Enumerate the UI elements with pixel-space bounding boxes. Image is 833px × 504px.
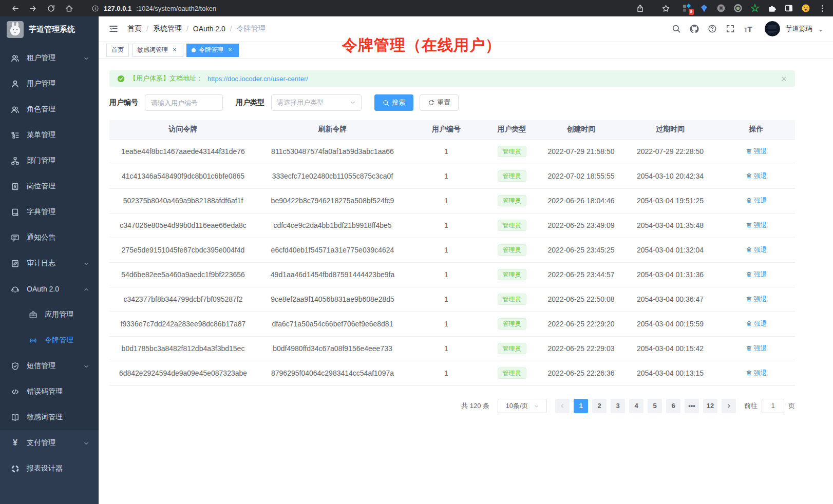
chevron-up-icon xyxy=(83,286,89,292)
reset-button[interactable]: 重置 xyxy=(420,94,459,111)
user-menu-name[interactable]: 芋道源码 xyxy=(786,24,812,33)
pager-prev-button[interactable] xyxy=(555,399,570,413)
pager-page-3[interactable]: 3 xyxy=(611,399,625,413)
force-logout-button[interactable]: 强退 xyxy=(746,221,767,230)
pager-page-12[interactable]: 12 xyxy=(703,399,717,413)
sidebar-item-oauth-app[interactable]: 应用管理 xyxy=(0,302,99,327)
extension-gem-icon[interactable] xyxy=(699,4,709,13)
bookmark-star-icon[interactable] xyxy=(661,4,670,13)
user-id-input[interactable] xyxy=(145,94,223,111)
tab-令牌管理[interactable]: 令牌管理× xyxy=(186,44,239,57)
sidebar-item-role[interactable]: 角色管理 xyxy=(0,96,99,122)
pager-page-1[interactable]: 1 xyxy=(574,399,588,413)
sidebar-item-tenant[interactable]: 租户管理 xyxy=(0,45,99,71)
force-logout-button[interactable]: 强退 xyxy=(746,295,767,304)
extensions-puzzle-icon[interactable] xyxy=(767,4,777,13)
force-logout-button[interactable]: 强退 xyxy=(746,171,767,181)
tab-label: 敏感词管理 xyxy=(137,46,168,54)
user-menu-caret-icon[interactable] xyxy=(818,26,823,31)
table-header-row: 访问令牌刷新令牌用户编号用户类型创建时间过期时间操作 xyxy=(109,120,795,139)
search-button-label: 搜索 xyxy=(392,98,405,107)
app-logo-row[interactable]: 芋道管理系统 xyxy=(0,16,99,42)
sidebar-collapse-icon[interactable] xyxy=(108,24,119,34)
message-icon xyxy=(11,234,20,242)
user-type-cell: 管理员 xyxy=(484,287,539,312)
sidebar-item-sms[interactable]: 短信管理 xyxy=(0,353,99,379)
force-logout-button[interactable]: 强退 xyxy=(746,319,767,328)
browser-home-icon[interactable] xyxy=(65,4,73,13)
extension-grid-icon[interactable]: 9 xyxy=(683,4,692,13)
browser-url-bar[interactable]: 127.0.0.1:1024/system/oauth2/token xyxy=(86,2,221,14)
browser-back-icon[interactable] xyxy=(11,4,20,13)
user-type-badge: 管理员 xyxy=(498,269,526,280)
pager-ellipsis[interactable]: ••• xyxy=(685,399,699,413)
browser-menu-icon[interactable] xyxy=(818,4,827,13)
alert-close-icon[interactable] xyxy=(781,75,787,82)
main-panel: 令牌管理（在线用户） 首页/系统管理/OAuth 2.0/令牌管理 TT 芋道源… xyxy=(99,16,833,504)
create-time-cell: 2022-06-25 22:29:20 xyxy=(539,312,623,336)
tab-敏感词管理[interactable]: 敏感词管理× xyxy=(132,44,183,57)
force-logout-button[interactable]: 强退 xyxy=(746,147,767,156)
pager-page-4[interactable]: 4 xyxy=(629,399,643,413)
browser-forward-icon[interactable] xyxy=(29,4,37,13)
breadcrumb-item[interactable]: 首页 xyxy=(127,24,142,33)
font-size-icon[interactable]: TT xyxy=(744,24,753,33)
user-id-label: 用户编号 xyxy=(109,98,138,107)
url-host[interactable]: 127.0.0.1 xyxy=(104,5,131,12)
extension-record-icon[interactable] xyxy=(733,4,743,13)
browser-reload-icon[interactable] xyxy=(47,4,55,13)
breadcrumb-item[interactable]: OAuth 2.0 xyxy=(193,25,225,33)
site-info-icon[interactable] xyxy=(91,5,99,12)
tab-close-icon[interactable]: × xyxy=(171,47,178,54)
sidebar-item-pay[interactable]: ¥支付管理 xyxy=(0,430,99,456)
tab-close-icon[interactable]: × xyxy=(226,47,234,54)
sidebar-item-user[interactable]: 用户管理 xyxy=(0,71,99,96)
user-type-badge: 管理员 xyxy=(498,294,526,305)
sidebar-item-menu[interactable]: 菜单管理 xyxy=(0,122,99,148)
help-icon[interactable] xyxy=(708,24,717,33)
github-icon[interactable] xyxy=(690,24,699,33)
user-type-select[interactable]: 请选择用户类型 xyxy=(271,94,362,111)
goto-page-input[interactable] xyxy=(762,399,784,413)
profile-emoji-icon[interactable] xyxy=(801,4,810,13)
pager-page-5[interactable]: 5 xyxy=(648,399,662,413)
sidebar-item-post[interactable]: 岗位管理 xyxy=(0,173,99,199)
search-button[interactable]: 搜索 xyxy=(374,94,413,111)
sidebar-item-notice[interactable]: 通知公告 xyxy=(0,225,99,250)
sidebar-item-audit[interactable]: 审计日志 xyxy=(0,250,99,276)
sidebar-item-dict[interactable]: 字典管理 xyxy=(0,199,99,225)
sidebar-item-errcode[interactable]: 错误码管理 xyxy=(0,379,99,404)
force-logout-button[interactable]: 强退 xyxy=(746,344,767,353)
fullscreen-icon[interactable] xyxy=(726,24,735,33)
page-size-select[interactable]: 10条/页 xyxy=(498,399,547,413)
force-logout-button[interactable]: 强退 xyxy=(746,245,767,255)
sidebar-item-label: 错误码管理 xyxy=(27,387,89,396)
extension-green-star-icon[interactable] xyxy=(750,4,760,13)
user-id-cell: 1 xyxy=(408,312,484,336)
tab-首页[interactable]: 首页 xyxy=(106,44,129,57)
force-logout-button[interactable]: 强退 xyxy=(746,196,767,205)
breadcrumb-separator: / xyxy=(230,25,232,33)
pager-page-6[interactable]: 6 xyxy=(666,399,680,413)
force-logout-button[interactable]: 强退 xyxy=(746,369,767,378)
annotation-title: 令牌管理（在线用户） xyxy=(342,35,501,56)
breadcrumb-item[interactable]: 系统管理 xyxy=(153,24,182,33)
search-icon[interactable] xyxy=(672,24,681,33)
table-row: 502375b8040a469a9b82188afdf6af1fbe90422b… xyxy=(109,188,795,213)
side-panel-icon[interactable] xyxy=(784,4,793,13)
alert-doc-link[interactable]: https://doc.iocoder.cn/user-center/ xyxy=(207,75,308,83)
share-icon[interactable] xyxy=(636,4,645,13)
sidebar-item-report[interactable]: 报表设计器 xyxy=(0,456,99,481)
pager-next-button[interactable] xyxy=(722,399,736,413)
user-type-cell: 管理员 xyxy=(484,188,539,213)
pager-page-2[interactable]: 2 xyxy=(592,399,607,413)
sidebar-item-sensitive[interactable]: 敏感词管理 xyxy=(0,404,99,430)
sidebar-item-oauth[interactable]: OAuth 2.0 xyxy=(0,276,99,302)
user-avatar[interactable] xyxy=(765,21,780,36)
sidebar-item-dept[interactable]: 部门管理 xyxy=(0,148,99,173)
url-path[interactable]: :1024/system/oauth2/token xyxy=(136,5,216,12)
user-type-cell: 管理员 xyxy=(484,139,539,164)
force-logout-button[interactable]: 强退 xyxy=(746,270,767,279)
extension-command-icon[interactable]: ⌘ xyxy=(716,4,726,13)
sidebar-item-oauth-token[interactable]: 令牌管理 xyxy=(0,327,99,353)
